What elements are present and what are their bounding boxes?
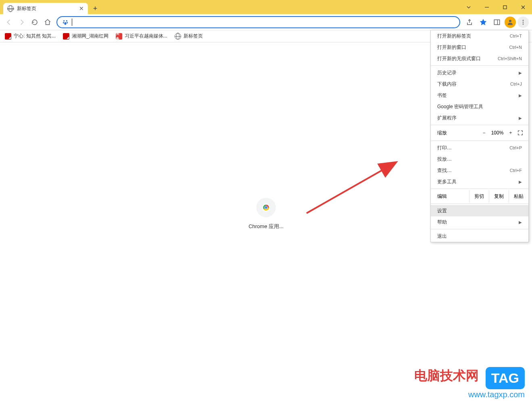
svg-rect-1: [503, 6, 507, 9]
svg-point-10: [509, 20, 511, 22]
menu-help[interactable]: 帮助▶: [431, 216, 528, 228]
minimize-button[interactable]: [478, 0, 496, 14]
cut-button[interactable]: 剪切: [469, 190, 489, 202]
paste-button[interactable]: 粘贴: [509, 190, 528, 202]
svg-point-6: [63, 22, 64, 23]
menu-new-incognito[interactable]: 打开新的无痕式窗口Ctrl+Shift+N: [431, 53, 528, 64]
close-tab-button[interactable]: ✕: [79, 5, 84, 12]
zoom-label: 缩放: [437, 130, 479, 136]
menu-new-tab[interactable]: 打开新的标签页Ctrl+T: [431, 30, 528, 42]
news-icon: 头条: [116, 33, 122, 40]
svg-point-13: [523, 23, 524, 25]
bookmark-label: 新标签页: [184, 33, 203, 40]
bookmark-label: 宁心: 知其然 知其...: [14, 33, 56, 40]
baidu-icon: [62, 19, 69, 25]
menu-more-tools[interactable]: 更多工具▶: [431, 176, 528, 187]
bookmark-item[interactable]: 宁心: 知其然 知其...: [5, 33, 56, 40]
menu-history[interactable]: 历史记录▶: [431, 67, 528, 78]
menu-separator: [431, 125, 528, 125]
menu-separator: [431, 65, 528, 66]
watermark-url: www.tagxp.com: [414, 390, 525, 399]
close-window-button[interactable]: [514, 0, 532, 14]
menu-downloads[interactable]: 下载内容Ctrl+J: [431, 78, 528, 90]
bookmark-label: 习近平在越南媒体...: [125, 33, 167, 40]
menu-separator: [431, 141, 528, 141]
menu-edit-row: 编辑 剪切 复制 粘贴: [431, 190, 528, 202]
side-panel-button[interactable]: [491, 16, 503, 28]
titlebar: 新标签页 ✕ +: [0, 0, 532, 14]
browser-tab[interactable]: 新标签页 ✕: [3, 3, 88, 14]
menu-print[interactable]: 打印…Ctrl+P: [431, 142, 528, 153]
back-button: [3, 17, 15, 28]
menu-extensions[interactable]: 扩展程序▶: [431, 112, 528, 124]
edit-label: 编辑: [431, 193, 469, 200]
menu-password-manager[interactable]: Google 密码管理工具: [431, 101, 528, 112]
shortcut-label: Chrome 应用...: [248, 223, 284, 230]
menu-new-window[interactable]: 打开新的窗口Ctrl+N: [431, 42, 528, 53]
profile-button[interactable]: [505, 17, 516, 28]
svg-point-7: [67, 22, 68, 23]
watermark-title: 电脑技术网: [414, 368, 479, 383]
svg-point-4: [63, 20, 65, 21]
watermark: 电脑技术网 TAG www.tagxp.com: [414, 367, 525, 399]
home-button[interactable]: [42, 17, 53, 28]
bookmark-item[interactable]: 湘潮网_湖南红网: [63, 33, 108, 40]
watermark-tag: TAG: [486, 367, 525, 389]
bookmark-label: 湘潮网_湖南红网: [72, 33, 108, 40]
main-menu: 打开新的标签页Ctrl+T 打开新的窗口Ctrl+N 打开新的无痕式窗口Ctrl…: [430, 30, 529, 242]
svg-point-16: [265, 206, 267, 209]
svg-point-5: [66, 20, 67, 21]
menu-exit[interactable]: 退出: [431, 231, 528, 242]
menu-separator: [431, 229, 528, 229]
shortcut-item[interactable]: Chrome 应用...: [248, 198, 284, 230]
caret-down-button[interactable]: [459, 0, 478, 14]
address-bar[interactable]: [56, 16, 460, 28]
reload-button[interactable]: [29, 17, 40, 28]
maximize-button[interactable]: [496, 0, 514, 14]
menu-settings[interactable]: 设置: [431, 205, 528, 216]
site-icon: [63, 33, 69, 40]
menu-separator: [431, 203, 528, 204]
menu-bookmarks[interactable]: 书签▶: [431, 90, 528, 101]
new-tab-button[interactable]: +: [90, 3, 101, 14]
window-controls: [459, 0, 532, 14]
globe-icon: [7, 5, 14, 12]
zoom-value: 100%: [489, 130, 506, 136]
menu-cast[interactable]: 投放…: [431, 153, 528, 165]
toolbar: [0, 14, 532, 30]
globe-icon: [175, 33, 181, 40]
svg-point-11: [523, 20, 524, 21]
text-cursor: [72, 19, 72, 26]
bookmark-item[interactable]: 头条 习近平在越南媒体...: [116, 33, 167, 40]
zoom-in-button[interactable]: +: [506, 130, 515, 136]
zoom-out-button[interactable]: −: [479, 130, 489, 136]
fullscreen-button[interactable]: [515, 130, 525, 136]
share-button[interactable]: [463, 16, 476, 28]
menu-find[interactable]: 查找…Ctrl+F: [431, 165, 528, 176]
copy-button[interactable]: 复制: [489, 190, 509, 202]
bookmark-item[interactable]: 新标签页: [175, 33, 203, 40]
menu-zoom-row: 缩放 − 100% +: [431, 126, 528, 139]
shortcut-icon-bg: [257, 198, 276, 217]
chrome-logo-icon: [262, 203, 271, 212]
svg-rect-8: [494, 20, 500, 25]
forward-button: [16, 17, 27, 28]
tab-title: 新标签页: [17, 5, 76, 12]
site-icon: [5, 33, 11, 40]
menu-separator: [431, 189, 528, 189]
bookmark-star-button[interactable]: [477, 16, 489, 28]
main-menu-button[interactable]: [517, 17, 529, 28]
svg-point-12: [523, 21, 524, 23]
